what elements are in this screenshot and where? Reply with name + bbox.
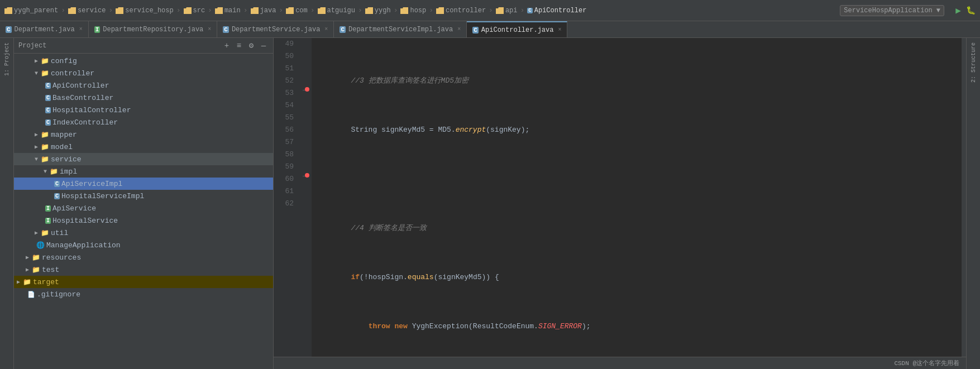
tree-item-gitignore[interactable]: 📄 .gitignore: [14, 288, 273, 300]
tab-close-deptrepo[interactable]: ×: [208, 26, 211, 32]
sidebar-close-btn[interactable]: —: [259, 41, 269, 51]
tab-close-deptserviceimpl[interactable]: ×: [457, 26, 461, 32]
sidebar-add-btn[interactable]: +: [222, 41, 232, 51]
tree-item-service[interactable]: ▼ 📁 service: [14, 153, 273, 165]
folder-icon-service: 📁: [41, 155, 49, 164]
tree-item-test[interactable]: ▶ 📁 test: [14, 263, 273, 276]
folder-icon-resources: 📁: [32, 253, 40, 262]
breadcrumb-atguigu[interactable]: atguigu: [318, 7, 355, 15]
gutter-error-53: [305, 87, 309, 92]
tree-item-apiservice[interactable]: I ApiService: [14, 202, 273, 214]
bottom-status-bar: CSDN @这个名字先用着: [274, 357, 966, 369]
watermark: CSDN @这个名字先用着: [894, 359, 959, 367]
tab-close-department[interactable]: ×: [79, 26, 83, 32]
interface-icon-hospitalservice: I: [45, 218, 51, 224]
code-line-50: String signKeyMd5 = MD5.encrypt(signKey)…: [316, 124, 957, 136]
code-area: 49 50 51 52 53 54 55 56 57 58 59 60 61 6…: [274, 38, 966, 357]
structure-panel-label[interactable]: 2: Structure: [971, 38, 977, 87]
folder-icon-test: 📁: [32, 266, 40, 274]
tree-item-mapper[interactable]: ▶ 📁 mapper: [14, 128, 273, 141]
vertical-scrollbar[interactable]: [962, 38, 966, 357]
class-icon-apiserviceimpl: C: [54, 181, 60, 187]
tab-departmentserviceimpl-java[interactable]: C DepartmentServiceImpl.java ×: [334, 21, 467, 37]
sidebar-settings-btn[interactable]: ⚙: [246, 41, 256, 51]
content-area: 1: Project Project + ≡ ⚙ — ▶ 📁 config: [0, 38, 980, 369]
tree-item-hospitalserviceimpl[interactable]: C HospitalServiceImpl: [14, 190, 273, 202]
line-numbers: 49 50 51 52 53 54 55 56 57 58 59 60 61 6…: [274, 38, 302, 357]
folder-icon-model: 📁: [41, 143, 49, 151]
debug-button[interactable]: 🐛: [965, 6, 976, 16]
code-line-53: if(!hospSign.equals(signKeyMd5)) {: [316, 271, 957, 284]
folder-icon-target: 📁: [23, 278, 31, 286]
folder-icon-impl: 📁: [50, 167, 58, 176]
tab-close-deptservice[interactable]: ×: [324, 26, 328, 32]
class-icon-basecontroller: C: [45, 95, 51, 101]
breadcrumb-controller[interactable]: controller: [436, 7, 486, 15]
breadcrumb-service[interactable]: service: [68, 7, 106, 15]
project-panel-label[interactable]: 1: Project: [4, 38, 10, 80]
class-icon-hospitalserviceimpl: C: [54, 193, 60, 199]
left-strip: 1: Project: [0, 38, 14, 369]
gutter-error-60: [305, 173, 309, 178]
breadcrumb-yygh-parent[interactable]: yygh_parent: [4, 7, 58, 15]
tab-department-java[interactable]: C Department.java ×: [0, 21, 89, 37]
tree-item-apiserviceimpl[interactable]: C ApiServiceImpl: [14, 178, 273, 190]
breadcrumb-main[interactable]: main: [215, 7, 241, 15]
tree-item-controller[interactable]: ▼ 📁 controller: [14, 67, 273, 79]
class-icon-apicontroller: C: [45, 83, 51, 89]
class-icon-indexcontroller: C: [45, 119, 51, 126]
breadcrumb-com[interactable]: com: [286, 7, 308, 15]
folder-icon-mapper: 📁: [41, 131, 49, 139]
sidebar-title: Project: [18, 42, 219, 50]
tree-item-model[interactable]: ▶ 📁 model: [14, 141, 273, 153]
tree-item-resources[interactable]: ▶ 📁 resources: [14, 251, 273, 263]
interface-icon-apiservice: I: [45, 205, 51, 212]
tree-item-manageapplication[interactable]: 🌐 ManageApplication: [14, 239, 273, 251]
tree-item-hospitalcontroller[interactable]: C HospitalController: [14, 104, 273, 116]
tree-item-target[interactable]: ▶ 📁 target: [14, 276, 273, 288]
breadcrumb-src[interactable]: src: [184, 7, 205, 15]
breadcrumb-api[interactable]: api: [496, 7, 518, 15]
structure-panel: 2: Structure: [966, 38, 980, 369]
run-button[interactable]: ▶: [953, 6, 963, 16]
code-line-54: throw new YyghException(ResultCodeEnum.S…: [316, 320, 957, 333]
file-icon-gitignore: 📄: [27, 291, 35, 298]
tree-item-basecontroller[interactable]: C BaseController: [14, 92, 273, 104]
sidebar-collapse-btn[interactable]: ≡: [234, 41, 244, 51]
globe-icon-manageapp: 🌐: [36, 241, 45, 250]
breadcrumb-service-hosp[interactable]: service_hosp: [116, 7, 173, 15]
breadcrumb-app-dropdown[interactable]: ServiceHospApplication ▼: [840, 5, 944, 16]
tab-close-apicontroller[interactable]: ×: [558, 27, 561, 33]
breadcrumb-bar: yygh_parent › service › service_hosp › s…: [0, 0, 980, 21]
tree-item-apicontroller[interactable]: C ApiController: [14, 79, 273, 92]
tab-apicontroller-java[interactable]: C ApiController.java ×: [467, 21, 567, 37]
folder-icon-util: 📁: [41, 229, 49, 237]
sidebar-toolbar: Project + ≡ ⚙ —: [14, 38, 273, 54]
code-line-51: [316, 173, 957, 185]
breadcrumb-yygh[interactable]: yygh: [365, 7, 391, 15]
class-icon-hospitalcontroller: C: [45, 107, 51, 113]
tabs-bar: C Department.java × I DepartmentReposito…: [0, 21, 980, 38]
tree-item-impl[interactable]: ▼ 📁 impl: [14, 165, 273, 178]
code-line-52: //4 判断签名是否一致: [316, 222, 957, 234]
tree-item-config[interactable]: ▶ 📁 config: [14, 55, 273, 67]
sidebar: Project + ≡ ⚙ — ▶ 📁 config ▼ 📁: [14, 38, 274, 369]
breadcrumb-java[interactable]: java: [251, 7, 276, 15]
tree-item-indexcontroller[interactable]: C IndexController: [14, 116, 273, 128]
gutter: — —: [302, 38, 312, 357]
folder-icon-config: 📁: [41, 57, 49, 65]
main-container: yygh_parent › service › service_hosp › s…: [0, 0, 980, 369]
folder-icon-controller: 📁: [41, 69, 49, 78]
code-line-49: //3 把数据库查询签名进行MD5加密: [316, 75, 957, 87]
sidebar-tree[interactable]: ▶ 📁 config ▼ 📁 controller C ApiControlle…: [14, 54, 273, 369]
tree-item-util[interactable]: ▶ 📁 util: [14, 227, 273, 239]
breadcrumb-apicontroller[interactable]: C ApiController: [527, 7, 586, 15]
tab-departmentrepository-java[interactable]: I DepartmentRepository.java ×: [89, 21, 218, 37]
tree-item-hospitalservice[interactable]: I HospitalService: [14, 214, 273, 227]
code-editor[interactable]: 49 50 51 52 53 54 55 56 57 58 59 60 61 6…: [274, 38, 966, 369]
code-content[interactable]: //3 把数据库查询签名进行MD5加密 String signKeyMd5 = …: [312, 38, 962, 357]
tab-departmentservice-java[interactable]: C DepartmentService.java ×: [217, 21, 334, 37]
breadcrumb-hosp[interactable]: hosp: [400, 7, 426, 15]
